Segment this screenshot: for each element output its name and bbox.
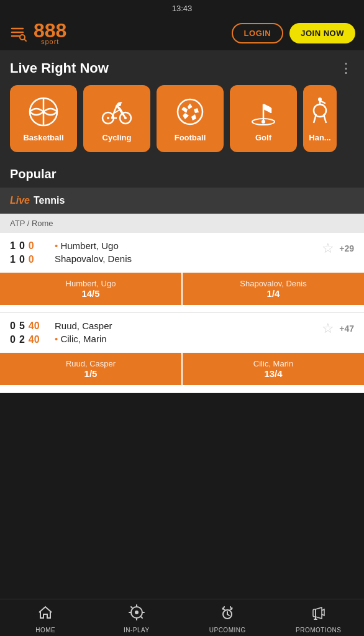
svg-line-19 xyxy=(193,107,198,108)
score-row-p2: 1 0 0 xyxy=(10,254,47,265)
match-scores-row-1: 1 0 0 1 0 0 Humbert, Ugo Shapovalov, Den… xyxy=(10,240,354,273)
match-container: ATP / Rome 1 0 0 1 0 0 Humbert, Ugo Shap… xyxy=(0,214,364,393)
live-tennis-bar[interactable]: Live Tennis xyxy=(0,188,364,214)
odds-btn-2-p1[interactable]: Ruud, Casper 1/5 xyxy=(0,353,181,385)
header: 888 sport LOGIN JOIN NOW xyxy=(0,16,364,50)
svg-marker-15 xyxy=(191,114,196,120)
sport-label-basketball: Basketball xyxy=(23,133,63,142)
svg-line-20 xyxy=(196,112,198,119)
sport-label-cycling: Cycling xyxy=(102,133,132,142)
live-header: Live Right Now ⋮ xyxy=(10,60,354,76)
odds-btn-1-p1[interactable]: Humbert, Ugo 14/5 xyxy=(0,273,181,305)
player4-name: Cilic, Marin xyxy=(55,334,314,344)
tennis-label: Tennis xyxy=(34,195,65,206)
sport-label-football: Football xyxy=(175,133,206,142)
upcoming-icon xyxy=(219,604,235,624)
match-card-2: 0 5 40 0 2 40 Ruud, Casper Cilic, Marin … xyxy=(0,313,364,393)
score-row-2-p1: 0 5 40 xyxy=(10,320,47,332)
odds-btn-2-p2[interactable]: Cilic, Marin 13/4 xyxy=(183,353,364,385)
svg-marker-14 xyxy=(194,108,199,113)
svg-point-9 xyxy=(107,117,109,119)
sport-card-cycling[interactable]: Cycling xyxy=(83,85,150,152)
player3-name: Ruud, Casper xyxy=(55,320,314,331)
inplay-icon xyxy=(129,604,145,624)
menu-search-icon[interactable] xyxy=(9,24,27,42)
promotions-icon xyxy=(311,604,327,624)
score-row-2-p2: 0 2 40 xyxy=(10,334,47,345)
nav-item-home[interactable]: HOME xyxy=(0,604,91,634)
players-column-1: Humbert, Ugo Shapovalov, Denis xyxy=(55,240,314,264)
match-actions-1: ☆ +29 xyxy=(322,240,354,257)
sport-card-handball[interactable]: Han... xyxy=(303,85,337,152)
score-row-p1: 1 0 0 xyxy=(10,240,47,252)
sport-card-football[interactable]: Football xyxy=(157,85,224,152)
nav-label-upcoming: UPCOMING xyxy=(209,627,246,634)
match-actions-2: ☆ +47 xyxy=(322,320,354,337)
svg-point-31 xyxy=(318,98,322,101)
nav-label-home: HOME xyxy=(35,627,55,634)
svg-line-4 xyxy=(24,39,26,41)
svg-marker-16 xyxy=(183,113,189,119)
login-button[interactable]: LOGIN xyxy=(232,23,284,43)
match-scores-row-2: 0 5 40 0 2 40 Ruud, Casper Cilic, Marin … xyxy=(10,320,354,353)
svg-point-33 xyxy=(135,611,139,614)
sport-card-golf[interactable]: Golf xyxy=(230,85,297,152)
svg-line-21 xyxy=(185,119,193,120)
logo-sport: sport xyxy=(34,38,66,45)
sport-label-golf: Golf xyxy=(255,133,271,142)
players-column-2: Ruud, Casper Cilic, Marin xyxy=(55,320,314,344)
sport-card-basketball[interactable]: Basketball xyxy=(10,85,77,152)
nav-item-upcoming[interactable]: UPCOMING xyxy=(182,604,273,634)
player2-name: Shapovalov, Denis xyxy=(55,253,314,264)
sport-icons-row: Basketball Cycling xyxy=(10,85,354,152)
score-column-2: 0 5 40 0 2 40 xyxy=(10,320,47,345)
live-title: Live Right Now xyxy=(10,60,109,76)
join-button[interactable]: JOIN NOW xyxy=(289,23,355,43)
favorite-star-1[interactable]: ☆ xyxy=(322,240,334,257)
extra-odds-1: +29 xyxy=(339,243,354,253)
nav-label-inplay: IN-PLAY xyxy=(124,627,150,634)
sport-label-handball: Han... xyxy=(309,133,330,142)
player1-name: Humbert, Ugo xyxy=(55,240,314,251)
bottom-nav: HOME IN-PLAY xyxy=(0,599,364,636)
live-label: Live xyxy=(10,195,30,206)
favorite-star-2[interactable]: ☆ xyxy=(322,320,334,337)
odds-row-2: Ruud, Casper 1/5 Cilic, Marin 13/4 xyxy=(0,353,364,393)
home-icon xyxy=(37,604,53,624)
odds-btn-1-p2[interactable]: Shapovalov, Denis 1/4 xyxy=(183,273,364,305)
match-category: ATP / Rome xyxy=(0,214,364,233)
nav-item-inplay[interactable]: IN-PLAY xyxy=(91,604,183,634)
more-options-button[interactable]: ⋮ xyxy=(339,64,354,72)
odds-row-1: Humbert, Ugo 14/5 Shapovalov, Denis 1/4 xyxy=(0,273,364,312)
logo: 888 sport xyxy=(34,20,66,45)
popular-section: Popular xyxy=(0,158,364,188)
score-column-1: 1 0 0 1 0 0 xyxy=(10,240,47,265)
svg-marker-17 xyxy=(181,107,188,113)
live-section: Live Right Now ⋮ Basketball xyxy=(0,50,364,158)
popular-title: Popular xyxy=(10,167,56,181)
svg-line-22 xyxy=(181,109,183,116)
extra-odds-2: +47 xyxy=(339,324,354,334)
svg-point-29 xyxy=(262,120,265,124)
status-bar: 13:43 xyxy=(0,0,364,16)
svg-line-36 xyxy=(227,614,229,616)
nav-label-promotions: PROMOTIONS xyxy=(296,627,341,634)
nav-item-promotions[interactable]: PROMOTIONS xyxy=(273,604,365,634)
status-time: 13:43 xyxy=(172,4,193,13)
match-card-1: 1 0 0 1 0 0 Humbert, Ugo Shapovalov, Den… xyxy=(0,233,364,313)
